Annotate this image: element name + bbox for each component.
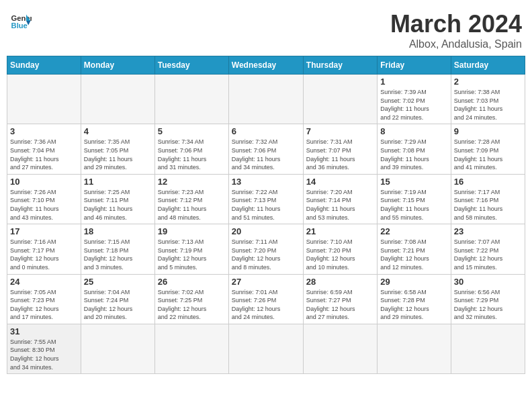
day-number: 14 — [306, 177, 374, 187]
day-number: 31 — [10, 326, 78, 336]
main-title: March 2024 — [390, 10, 522, 38]
day-cell: 7Sunrise: 7:31 AM Sunset: 7:07 PM Daylig… — [303, 124, 377, 174]
day-number: 1 — [380, 77, 447, 87]
weekday-header-monday: Monday — [81, 56, 154, 75]
day-info: Sunrise: 7:38 AM Sunset: 7:03 PM Dayligh… — [454, 88, 522, 122]
day-cell: 16Sunrise: 7:17 AM Sunset: 7:16 PM Dayli… — [451, 174, 525, 224]
weekday-header-friday: Friday — [378, 56, 451, 75]
day-number: 23 — [454, 226, 522, 236]
day-info: Sunrise: 7:16 AM Sunset: 7:17 PM Dayligh… — [10, 238, 78, 271]
day-cell: 24Sunrise: 7:05 AM Sunset: 7:23 PM Dayli… — [7, 274, 81, 324]
day-number: 27 — [232, 277, 300, 287]
day-cell: 11Sunrise: 7:25 AM Sunset: 7:11 PM Dayli… — [81, 174, 154, 224]
header: General Blue March 2024 Albox, Andalusia… — [7, 7, 525, 50]
day-info: Sunrise: 7:26 AM Sunset: 7:10 PM Dayligh… — [10, 188, 78, 222]
day-info: Sunrise: 7:17 AM Sunset: 7:16 PM Dayligh… — [454, 188, 522, 222]
day-cell — [378, 324, 451, 373]
day-number: 16 — [454, 177, 522, 187]
day-info: Sunrise: 6:58 AM Sunset: 7:28 PM Dayligh… — [380, 288, 447, 322]
day-cell: 12Sunrise: 7:23 AM Sunset: 7:12 PM Dayli… — [154, 174, 228, 224]
calendar: SundayMondayTuesdayWednesdayThursdayFrid… — [7, 56, 525, 374]
day-info: Sunrise: 7:39 AM Sunset: 7:02 PM Dayligh… — [380, 88, 447, 122]
day-cell: 21Sunrise: 7:10 AM Sunset: 7:20 PM Dayli… — [303, 224, 377, 274]
day-number: 28 — [306, 277, 374, 287]
day-number: 6 — [232, 126, 300, 136]
day-cell: 25Sunrise: 7:04 AM Sunset: 7:24 PM Dayli… — [81, 274, 154, 324]
day-info: Sunrise: 7:32 AM Sunset: 7:06 PM Dayligh… — [232, 138, 300, 171]
weekday-header-sunday: Sunday — [7, 56, 81, 75]
day-info: Sunrise: 7:34 AM Sunset: 7:06 PM Dayligh… — [158, 138, 226, 171]
day-info: Sunrise: 7:28 AM Sunset: 7:09 PM Dayligh… — [454, 138, 522, 171]
day-number: 21 — [306, 226, 374, 236]
day-info: Sunrise: 7:11 AM Sunset: 7:20 PM Dayligh… — [232, 238, 300, 271]
day-cell: 5Sunrise: 7:34 AM Sunset: 7:06 PM Daylig… — [154, 124, 228, 174]
day-number: 15 — [380, 177, 447, 187]
day-cell — [303, 324, 377, 373]
day-info: Sunrise: 7:01 AM Sunset: 7:26 PM Dayligh… — [232, 288, 300, 322]
week-row-0: 1Sunrise: 7:39 AM Sunset: 7:02 PM Daylig… — [7, 75, 525, 124]
day-info: Sunrise: 7:02 AM Sunset: 7:25 PM Dayligh… — [158, 288, 226, 322]
weekday-header-thursday: Thursday — [303, 56, 377, 75]
weekday-header-tuesday: Tuesday — [154, 56, 228, 75]
day-info: Sunrise: 7:25 AM Sunset: 7:11 PM Dayligh… — [84, 188, 152, 222]
day-cell: 10Sunrise: 7:26 AM Sunset: 7:10 PM Dayli… — [7, 174, 81, 224]
day-cell: 31Sunrise: 7:55 AM Sunset: 8:30 PM Dayli… — [7, 324, 81, 373]
day-cell: 22Sunrise: 7:08 AM Sunset: 7:21 PM Dayli… — [378, 224, 451, 274]
week-row-2: 10Sunrise: 7:26 AM Sunset: 7:10 PM Dayli… — [7, 174, 525, 224]
day-cell: 18Sunrise: 7:15 AM Sunset: 7:18 PM Dayli… — [81, 224, 154, 274]
day-number: 10 — [10, 177, 78, 187]
day-number: 2 — [454, 77, 522, 87]
day-info: Sunrise: 7:07 AM Sunset: 7:22 PM Dayligh… — [454, 238, 522, 271]
weekday-header-row: SundayMondayTuesdayWednesdayThursdayFrid… — [7, 56, 525, 75]
day-number: 12 — [158, 177, 226, 187]
day-cell: 17Sunrise: 7:16 AM Sunset: 7:17 PM Dayli… — [7, 224, 81, 274]
day-cell: 2Sunrise: 7:38 AM Sunset: 7:03 PM Daylig… — [451, 75, 525, 124]
day-info: Sunrise: 7:04 AM Sunset: 7:24 PM Dayligh… — [84, 288, 152, 322]
day-cell: 3Sunrise: 7:36 AM Sunset: 7:04 PM Daylig… — [7, 124, 81, 174]
week-row-1: 3Sunrise: 7:36 AM Sunset: 7:04 PM Daylig… — [7, 124, 525, 174]
day-number: 4 — [84, 126, 152, 136]
day-cell: 1Sunrise: 7:39 AM Sunset: 7:02 PM Daylig… — [378, 75, 451, 124]
day-cell: 9Sunrise: 7:28 AM Sunset: 7:09 PM Daylig… — [451, 124, 525, 174]
day-cell: 8Sunrise: 7:29 AM Sunset: 7:08 PM Daylig… — [378, 124, 451, 174]
day-number: 7 — [306, 126, 374, 136]
day-number: 25 — [84, 277, 152, 287]
day-number: 22 — [380, 226, 447, 236]
day-cell — [81, 75, 154, 124]
day-cell — [303, 75, 377, 124]
day-number: 29 — [380, 277, 447, 287]
day-number: 26 — [158, 277, 226, 287]
day-cell: 23Sunrise: 7:07 AM Sunset: 7:22 PM Dayli… — [451, 224, 525, 274]
day-info: Sunrise: 7:08 AM Sunset: 7:21 PM Dayligh… — [380, 238, 447, 271]
week-row-5: 31Sunrise: 7:55 AM Sunset: 8:30 PM Dayli… — [7, 324, 525, 373]
subtitle: Albox, Andalusia, Spain — [390, 38, 522, 50]
day-cell: 20Sunrise: 7:11 AM Sunset: 7:20 PM Dayli… — [228, 224, 303, 274]
day-info: Sunrise: 7:29 AM Sunset: 7:08 PM Dayligh… — [380, 138, 447, 171]
day-number: 13 — [232, 177, 300, 187]
day-number: 24 — [10, 277, 78, 287]
day-number: 8 — [380, 126, 447, 136]
logo: General Blue — [10, 10, 32, 32]
weekday-header-wednesday: Wednesday — [228, 56, 303, 75]
day-number: 30 — [454, 277, 522, 287]
day-info: Sunrise: 7:10 AM Sunset: 7:20 PM Dayligh… — [306, 238, 374, 271]
day-number: 20 — [232, 226, 300, 236]
day-cell: 28Sunrise: 6:59 AM Sunset: 7:27 PM Dayli… — [303, 274, 377, 324]
day-number: 9 — [454, 126, 522, 136]
day-cell — [154, 324, 228, 373]
day-info: Sunrise: 7:22 AM Sunset: 7:13 PM Dayligh… — [232, 188, 300, 222]
day-cell — [228, 75, 303, 124]
day-info: Sunrise: 7:35 AM Sunset: 7:05 PM Dayligh… — [84, 138, 152, 171]
day-number: 18 — [84, 226, 152, 236]
day-info: Sunrise: 6:59 AM Sunset: 7:27 PM Dayligh… — [306, 288, 374, 322]
logo-icon: General Blue — [10, 10, 32, 32]
day-info: Sunrise: 7:55 AM Sunset: 8:30 PM Dayligh… — [10, 338, 78, 371]
day-cell — [451, 324, 525, 373]
day-cell — [228, 324, 303, 373]
day-cell — [7, 75, 81, 124]
day-cell — [154, 75, 228, 124]
day-cell: 4Sunrise: 7:35 AM Sunset: 7:05 PM Daylig… — [81, 124, 154, 174]
day-info: Sunrise: 6:56 AM Sunset: 7:29 PM Dayligh… — [454, 288, 522, 322]
day-cell: 27Sunrise: 7:01 AM Sunset: 7:26 PM Dayli… — [228, 274, 303, 324]
day-info: Sunrise: 7:36 AM Sunset: 7:04 PM Dayligh… — [10, 138, 78, 171]
